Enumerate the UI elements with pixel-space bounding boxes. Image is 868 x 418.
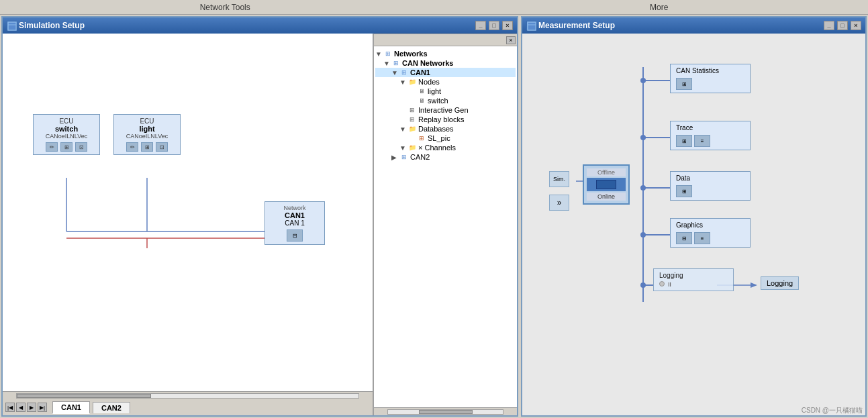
ecu-switch-title: ECU	[36, 117, 97, 125]
tree-item-can2[interactable]: ▶ ⊞ CAN2	[375, 152, 516, 162]
sim-maximize-btn[interactable]: □	[489, 21, 499, 30]
ecu-switch-icons: ✏ ⊞ ⊡	[36, 142, 97, 152]
meas-trace-icon2[interactable]: ≡	[694, 135, 710, 147]
tree-expand-can2: ▶	[391, 154, 399, 161]
tree-icon-interactive-gen: ⊞	[407, 106, 417, 114]
tree-icon-channels: 📁	[407, 144, 417, 152]
tree-label-networks: Networks	[394, 50, 428, 58]
ecu-light-icon-pencil[interactable]: ✏	[126, 142, 138, 152]
tree-scrollbar-thumb[interactable]	[419, 410, 473, 414]
logging-dots: ⏸	[659, 281, 728, 288]
network-name: CAN1	[268, 211, 322, 219]
ecu-switch-box: ECU switch CANoeILNLVec ✏ ⊞ ⊡	[33, 114, 100, 155]
tree-item-interactive-gen[interactable]: ⊞ Interactive Gen	[375, 105, 516, 115]
ecu-switch-name: switch	[36, 125, 97, 133]
tree-label-can-networks: CAN Networks	[402, 59, 453, 67]
meas-can-statistics-label: CAN Statistics	[676, 67, 744, 74]
tree-icon-can1: ⊞	[399, 68, 409, 76]
tab-first-btn[interactable]: |◀	[5, 403, 15, 412]
tree-item-light[interactable]: 🖥 light	[375, 87, 516, 96]
tree-item-can-networks[interactable]: ▼ ⊞ CAN Networks	[375, 58, 516, 68]
tree-icon-nodes: 📁	[407, 78, 417, 86]
meas-sim-label: Sim.	[553, 176, 565, 182]
network-type: CAN 1	[268, 219, 322, 227]
svg-point-18	[640, 135, 646, 140]
meas-graphics-icon2[interactable]: ≡	[694, 232, 710, 244]
sim-window-controls[interactable]: _ □ ×	[475, 21, 513, 30]
svg-point-19	[640, 185, 646, 191]
meas-maximize-btn[interactable]: □	[837, 21, 848, 30]
tree-scrollbar[interactable]	[374, 407, 517, 415]
meas-close-btn[interactable]: ×	[851, 21, 861, 30]
meas-graphics-block: Graphics ⊟ ≡	[670, 218, 751, 248]
meas-data-icon1[interactable]: ⊞	[676, 185, 692, 197]
ecu-switch-icon-pencil[interactable]: ✏	[46, 142, 58, 152]
tree-expand-databases: ▼	[399, 125, 407, 133]
ecu-light-icon-config[interactable]: ⊡	[156, 142, 168, 152]
simulation-setup-window: Simulation Setup _ □ ×	[1, 16, 518, 417]
network-label: Network	[268, 205, 322, 211]
diagram-area: ECU switch CANoeILNLVec ✏ ⊞ ⊡ ECU light	[3, 34, 373, 415]
sim-scrollbar-h[interactable]	[3, 391, 373, 399]
logging-label-box: Logging	[761, 276, 799, 290]
top-menubar: Network Tools More	[0, 0, 868, 15]
diagram-canvas: ECU switch CANoeILNLVec ✏ ⊞ ⊡ ECU light	[3, 34, 373, 415]
meas-title-text: Measurement Setup	[538, 21, 615, 30]
sim-close-btn[interactable]: ×	[502, 21, 513, 30]
tab-last-btn[interactable]: ▶|	[38, 403, 47, 412]
tree-item-nodes[interactable]: ▼ 📁 Nodes	[375, 77, 516, 87]
tab-nav[interactable]: |◀ ◀ ▶ ▶|	[5, 403, 47, 412]
meas-logging-block: Logging ⏸	[653, 268, 734, 291]
meas-online-label: Online	[587, 193, 626, 201]
ecu-switch-icon-config[interactable]: ⊡	[75, 142, 87, 152]
tab-prev-btn[interactable]: ◀	[16, 403, 26, 412]
tree-item-switch[interactable]: 🖥 switch	[375, 96, 516, 105]
tree-label-light: light	[428, 87, 441, 95]
meas-switch-block[interactable]: Offline Online	[583, 164, 630, 205]
tree-icon-sl-pic: ⊞	[417, 134, 426, 142]
ecu-light-icon-code[interactable]: ⊞	[141, 142, 153, 152]
tree-label-can1: CAN1	[410, 68, 430, 76]
meas-switch-toggle[interactable]	[587, 178, 626, 191]
tab-can2[interactable]: CAN2	[93, 402, 130, 413]
tree-expand-networks: ▼	[375, 50, 383, 58]
meas-titlebar-icon	[526, 21, 536, 30]
tree-item-can1[interactable]: ▼ ⊞ CAN1	[375, 68, 516, 77]
meas-graphics-icon1[interactable]: ⊟	[676, 232, 692, 244]
meas-sim-icon: Sim.	[549, 171, 569, 187]
sim-titlebar-icon	[7, 21, 16, 30]
meas-trace-icon1[interactable]: ⊞	[676, 135, 692, 147]
tree-item-replay-blocks[interactable]: ⊞ Replay blocks	[375, 115, 516, 124]
meas-window-controls[interactable]: _ □ ×	[824, 21, 861, 30]
network-box: Network CAN1 CAN 1 ⊟	[264, 201, 325, 245]
ecu-switch-icon-code[interactable]: ⊞	[60, 142, 73, 152]
tree-item-networks[interactable]: ▼ ⊞ Networks	[375, 49, 516, 58]
main-area: Simulation Setup _ □ ×	[0, 15, 868, 418]
meas-can-stat-icon1[interactable]: ⊞	[676, 78, 692, 90]
tree-scrollbar-track[interactable]	[387, 409, 503, 415]
menu-network-tools[interactable]: Network Tools	[200, 3, 250, 12]
tab-can1[interactable]: CAN1	[52, 401, 90, 414]
tree-item-databases[interactable]: ▼ 📁 Databases	[375, 124, 516, 134]
tree-label-can2: CAN2	[410, 153, 430, 161]
svg-rect-7	[528, 22, 536, 30]
tree-item-channels[interactable]: ▼ 📁 × Channels	[375, 143, 516, 152]
svg-point-20	[640, 232, 646, 238]
meas-trace-label: Trace	[676, 124, 744, 132]
meas-toggle-handle[interactable]	[596, 180, 616, 189]
tree-expand-channels: ▼	[399, 144, 407, 152]
ecu-light-box: ECU light CANoeILNLVec ✏ ⊞ ⊡	[113, 114, 181, 155]
sim-scrollbar-track[interactable]	[16, 393, 359, 399]
sim-window-content: ECU switch CANoeILNLVec ✏ ⊞ ⊡ ECU light	[3, 34, 517, 415]
tree-content[interactable]: ▼ ⊞ Networks ▼ ⊞ CAN Networks ▼ ⊞ CAN1	[374, 46, 517, 407]
sim-scrollbar-thumb[interactable]	[17, 394, 151, 398]
tree-item-sl-pic[interactable]: ⊞ SL_pic	[375, 134, 516, 143]
tree-close-btn[interactable]: ×	[506, 36, 516, 44]
tree-label-sl-pic: SL_pic	[428, 134, 450, 142]
tabs-area: |◀ ◀ ▶ ▶| CAN1 CAN2	[3, 399, 373, 415]
sim-minimize-btn[interactable]: _	[475, 21, 486, 30]
tab-next-btn[interactable]: ▶	[27, 403, 36, 412]
menu-more[interactable]: More	[650, 3, 668, 12]
meas-minimize-btn[interactable]: _	[824, 21, 834, 30]
ecu-light-icons: ✏ ⊞ ⊡	[117, 142, 177, 152]
